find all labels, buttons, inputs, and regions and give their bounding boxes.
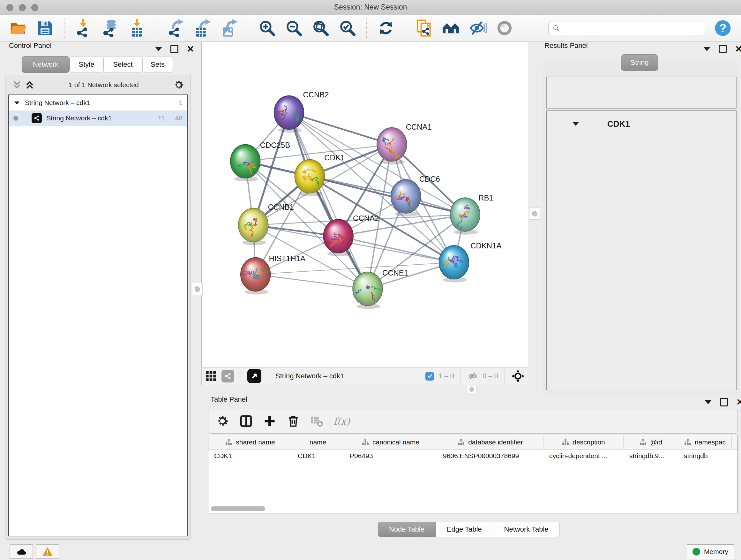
column-header-canonical-name[interactable]: canonical name (344, 435, 437, 449)
tab-sets[interactable]: Sets (142, 56, 173, 73)
birdseye-icon[interactable] (247, 369, 261, 383)
string-import-icon[interactable] (415, 19, 433, 37)
table-cell[interactable]: stringdb (678, 449, 732, 462)
column-header-description[interactable]: description (543, 435, 623, 449)
warning-button[interactable] (36, 544, 59, 559)
grid-icon[interactable] (205, 370, 217, 382)
tab-network-table[interactable]: Network Table (493, 522, 560, 537)
selected-counts: 1 – 0 (439, 372, 454, 380)
delete-column-icon[interactable] (286, 414, 300, 428)
import-network-file-icon[interactable] (74, 19, 92, 37)
selected-checkbox[interactable] (425, 372, 434, 381)
node-cdc25b[interactable] (230, 144, 260, 178)
close-panel-icon[interactable]: ✕ (735, 46, 741, 52)
expand-all-networks-icon[interactable] (25, 80, 35, 90)
import-network-database-icon[interactable] (101, 19, 119, 37)
help-icon[interactable]: ? (714, 19, 732, 37)
tab-string[interactable]: String (621, 54, 658, 71)
table-cell[interactable]: CDK1 (208, 449, 292, 462)
network-view-toolbar: String Network – cdk1 1 – 0 0 – 0 (201, 367, 528, 385)
string-network-graph[interactable]: CCNB2CCNA1CDC25BCDK1CDC6RB1CCNB1CCNA2CDK… (202, 42, 528, 367)
network-collection-row[interactable]: String Network – cdk1 1 (9, 95, 187, 111)
export-network-icon[interactable] (166, 19, 185, 37)
network-type-icon (31, 113, 42, 123)
left-splitter-handle[interactable] (192, 283, 203, 295)
share-icon[interactable] (221, 370, 234, 382)
column-header-namespac[interactable]: namespac (678, 435, 732, 449)
import-table-file-icon[interactable] (128, 19, 146, 37)
panel-menu-icon[interactable] (704, 400, 712, 404)
tab-select[interactable]: Select (104, 56, 142, 73)
node-ccna1[interactable] (377, 127, 407, 161)
export-table-icon[interactable] (193, 19, 211, 37)
export-image-icon[interactable] (219, 19, 238, 37)
collection-expand-icon[interactable] (14, 101, 19, 104)
table-toolbar: f(x) (208, 409, 738, 434)
node-label-cdk1: CDK1 (324, 153, 345, 162)
zoom-in-icon[interactable] (258, 19, 276, 37)
table-cell[interactable]: CDK1 (292, 449, 344, 462)
memory-label: Memory (704, 548, 728, 556)
tab-edge-table[interactable]: Edge Table (435, 522, 493, 537)
add-column-icon[interactable] (263, 414, 277, 428)
panel-menu-icon[interactable] (155, 47, 162, 51)
zoom-fit-icon[interactable] (312, 19, 330, 37)
right-splitter-handle[interactable] (529, 207, 540, 220)
float-panel-icon[interactable] (720, 398, 728, 407)
tab-style[interactable]: Style (70, 56, 104, 73)
node-label-ccnb2: CCNB2 (303, 90, 329, 99)
table-header-row: shared namenamecanonical namedatabase id… (208, 435, 738, 449)
table-row[interactable]: CDK1CDK1P064939606.ENSP00000378699cyclin… (208, 449, 738, 462)
collapse-all-networks-icon[interactable] (12, 80, 22, 90)
eye-icon[interactable] (495, 19, 514, 37)
column-header--id[interactable]: @id (623, 435, 678, 449)
network-row[interactable]: String Network – cdk1 11 48 (9, 111, 187, 126)
crosshair-icon[interactable] (511, 369, 525, 383)
table-cell[interactable]: stringdb:9... (623, 449, 678, 462)
float-panel-icon[interactable] (171, 45, 179, 53)
zoom-selected-icon[interactable] (338, 19, 357, 37)
home-icon[interactable] (442, 19, 460, 37)
network-canvas[interactable]: CCNB2CCNA1CDC25BCDK1CDC6RB1CCNB1CCNA2CDK… (201, 42, 528, 367)
open-file-icon[interactable] (9, 19, 27, 37)
tab-network[interactable]: Network (22, 56, 70, 73)
save-session-icon[interactable] (36, 19, 54, 37)
collapse-section-icon[interactable] (573, 122, 579, 125)
float-panel-icon[interactable] (719, 45, 727, 53)
column-header-name[interactable]: name (292, 435, 344, 449)
close-panel-icon[interactable]: ✕ (187, 46, 194, 52)
node-label-cdkn1a: CDKN1A (470, 241, 501, 250)
horizontal-splitter-handle[interactable] (467, 386, 477, 393)
cloud-button[interactable] (10, 544, 33, 559)
cloud-icon (16, 546, 27, 557)
zoom-out-icon[interactable] (285, 19, 303, 37)
column-header-shared-name[interactable]: shared name (208, 435, 292, 449)
table-cell[interactable]: cyclin-dependent ... (543, 449, 623, 462)
node-label-cdc25b: CDC25B (260, 141, 290, 149)
node-ccna2[interactable] (323, 219, 353, 253)
node-label-ccna1: CCNA1 (406, 123, 432, 131)
network-options-gear-icon[interactable] (173, 79, 185, 91)
refresh-layout-icon[interactable] (377, 19, 395, 37)
node-label-cdc6: CDC6 (419, 175, 440, 183)
select-columns-icon[interactable] (239, 414, 253, 428)
tab-node-table[interactable]: Node Table (378, 522, 435, 537)
close-panel-icon[interactable]: ✕ (736, 399, 741, 406)
toolbar-separator (248, 18, 248, 38)
node-cdc6[interactable] (391, 179, 421, 213)
network-list: String Network – cdk1 1 String Network –… (8, 95, 188, 537)
shared-column-icon (361, 438, 369, 446)
panel-menu-icon[interactable] (703, 47, 711, 51)
memory-button[interactable]: Memory (687, 544, 734, 559)
hide-panels-eye-icon[interactable] (468, 19, 487, 37)
horizontal-scrollbar-thumb[interactable] (211, 506, 265, 511)
column-header-database-identifier[interactable]: database identifier (437, 435, 543, 449)
search-input[interactable] (562, 24, 701, 32)
protein-section-header[interactable]: CDK1 (547, 111, 736, 137)
table-gear-icon[interactable] (215, 414, 229, 428)
node-label-ccna2: CCNA2 (353, 214, 379, 223)
memory-status-dot (692, 548, 700, 556)
table-cell[interactable]: 9606.ENSP00000378699 (437, 449, 543, 462)
table-cell[interactable]: P06493 (344, 449, 437, 462)
results-button-bar: Expand All Collapse All (546, 77, 737, 109)
